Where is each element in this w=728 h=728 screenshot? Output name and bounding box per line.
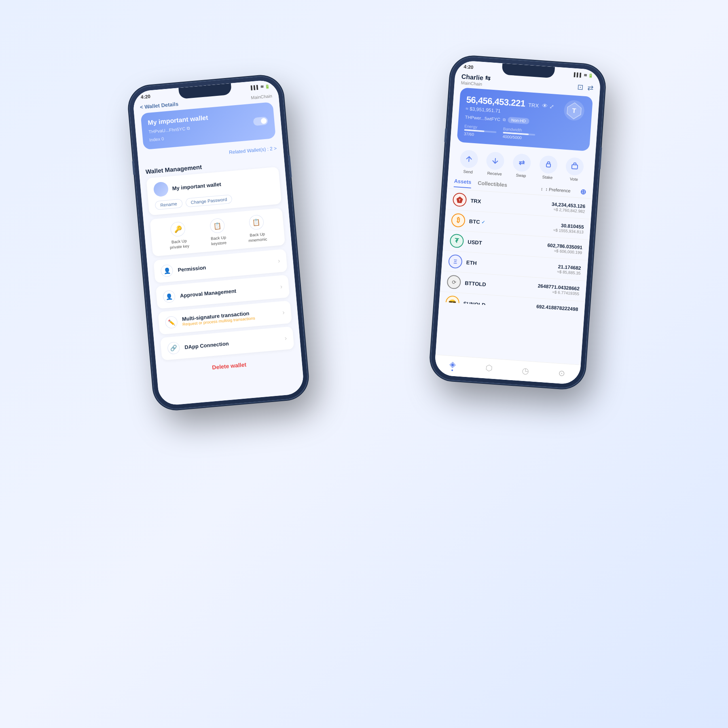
energy-stat: Energy 37/60 [464,124,497,138]
left-phone-screen: 4:20 ▌▌▌ ≋ 🔋 < Wallet Details MainChain … [132,79,305,406]
left-screen-content: 4:20 ▌▌▌ ≋ 🔋 < Wallet Details MainChain … [132,79,305,406]
send-action[interactable]: Send [459,150,478,175]
swap-icon [512,153,531,172]
preference-button[interactable]: ↕ ↕ Preference [541,186,571,193]
history-nav-icon: ◷ [521,365,529,375]
portfolio-nav-icon: ⬡ [485,363,493,373]
trx-name: TRX [470,197,481,204]
stake-label: Stake [542,175,552,180]
svg-text:T: T [459,199,461,202]
btc-name: BTC ✓ [469,218,485,225]
phones-container: 4:20 ▌▌▌ ≋ 🔋 < Wallet Details MainChain … [121,40,607,688]
address-text: THPwer...5wtFYC [465,114,500,122]
send-icon [459,150,478,169]
usdt-icon: ₮ [449,233,464,248]
usdt-name: USDT [468,239,482,245]
backup-private-key[interactable]: 🔑 Back Upprivate key [168,221,190,250]
send-label: Send [463,169,473,174]
svg-rect-4 [572,165,578,169]
backup-keystore[interactable]: 📋 Back Upkeystore [209,218,227,246]
tron-logo: T [562,99,586,124]
time-right: 4:20 [463,64,474,70]
right-phone-screen: 4:20 ▌▌▌ ≋ 🔋 Charlie ⇆ MainChain ⊡ ⇄ [434,60,601,385]
asset-list: T TRX 34,234,453.126 ≈$ 2,760,842.982 ₿ [439,189,593,312]
chevron-right-icon3: › [282,309,285,316]
receive-icon [486,151,505,170]
vote-action[interactable]: Vote [565,157,584,182]
right-phone: 4:20 ▌▌▌ ≋ 🔋 Charlie ⇆ MainChain ⊡ ⇄ [430,56,606,389]
tab-assets[interactable]: Assets [454,178,472,188]
rename-button[interactable]: Rename [154,199,182,210]
right-screen-content: 4:20 ▌▌▌ ≋ 🔋 Charlie ⇆ MainChain ⊡ ⇄ [434,60,601,385]
chevron-right-icon4: › [284,334,287,342]
usdt-amounts: 602,786.035091 ≈$ 606,000.199 [547,242,582,255]
bandwidth-stat: Bandwidth 4000/5000 [502,127,535,141]
scan-icon[interactable]: ⊡ [577,83,584,92]
left-phone: 4:20 ▌▌▌ ≋ 🔋 < Wallet Details MainChain … [128,75,309,411]
bttold-amounts: 2648771.04328662 ≈$ 6.77419355 [538,283,580,296]
swap-action[interactable]: Swap [512,153,531,178]
trx-amounts: 34,234,453.126 ≈$ 2,760,842.982 [551,201,586,214]
back-label: < Wallet Details [140,101,178,110]
nav-history[interactable]: ◷ [521,365,529,375]
backup-row: 🔑 Back Upprivate key 📋 Back Upkeystore 📋… [150,208,285,256]
mgmt-wallet-name: My important wallet [172,176,273,191]
switch-icon[interactable]: ⇄ [587,83,594,93]
eth-name: ETH [466,259,477,266]
stake-icon [539,155,558,174]
sunold-icon: 😎 [445,295,460,310]
non-hd-badge: Non-HD [508,117,529,125]
eth-amounts: 21.174682 ≈$ 85,885.35 [557,264,581,275]
permission-icon: 👤 [160,264,174,277]
svg-rect-3 [546,164,550,167]
backup-mnemonic-icon: 📋 [248,214,264,230]
nav-account[interactable]: ⊙ [558,368,566,378]
expand-icon[interactable]: ⤢ [549,103,554,110]
vote-icon [565,157,584,176]
trx-icon: T [452,193,467,207]
header-right-icons: ⊡ ⇄ [577,83,594,93]
dapp-icon: 🔗 [167,341,180,355]
receive-action[interactable]: Receive [485,151,505,176]
balance-stats: Energy 37/60 Bandwidth 4000/5000 [464,124,584,144]
change-password-button[interactable]: Change Password [185,195,233,207]
multisig-icon: ✏️ [165,316,178,329]
wallet-toggle[interactable] [253,116,268,126]
balance-card: 56,456,453.221 TRX 👁 ⤢ ≈ $3,951,951.71 T… [457,87,593,151]
eye-icon[interactable]: 👁 [542,103,548,110]
btc-icon: ₿ [451,213,466,228]
swap-label: Swap [516,173,526,178]
wallet-info: Charlie ⇆ MainChain [461,72,491,87]
time-left: 4:20 [140,93,150,100]
eth-icon: Ξ [448,254,463,269]
backup-key-icon: 🔑 [170,221,186,237]
status-icons-left: ▌▌▌ ≋ 🔋 [251,84,270,90]
stake-action[interactable]: Stake [538,155,558,180]
bttold-name: BTTOLD [465,280,486,288]
nav-assets[interactable]: ◈ [449,359,456,371]
copy-icon[interactable]: ⧉ [187,125,190,131]
bottom-nav: ◈ ⬡ ◷ ⊙ [434,355,581,385]
status-icons-right: ▌▌▌ ≋ 🔋 [574,72,593,78]
account-nav-icon: ⊙ [558,368,566,378]
chevron-right-icon2: › [280,283,283,290]
sort-icon: ↕ [541,186,543,191]
nav-portfolio[interactable]: ⬡ [485,363,493,373]
tab-collectibles[interactable]: Collectibles [477,180,507,190]
sunold-name: SUNOLD [463,301,486,308]
svg-text:T: T [572,107,576,114]
back-button[interactable]: < Wallet Details [140,101,178,110]
add-asset-button[interactable]: ⊕ [580,187,586,196]
chain-label-left: MainChain [251,93,272,100]
assets-nav-icon: ◈ [449,359,456,369]
vote-label: Vote [570,177,578,182]
approval-icon: 👤 [163,290,176,303]
receive-label: Receive [487,171,502,176]
copy-icon-right[interactable]: ⧉ [503,117,506,122]
mgmt-avatar [153,181,169,197]
backup-mnemonic[interactable]: 📋 Back Upmnemonic [246,214,267,243]
sunold-balance: 692.418878222498 [536,303,578,312]
bttold-icon: ⟳ [447,275,461,289]
sunold-amounts: 692.418878222498 ≈$ 13.5483871 [536,303,578,312]
btc-amounts: 30.810455 ≈$ 1555,934.813 [553,222,584,234]
